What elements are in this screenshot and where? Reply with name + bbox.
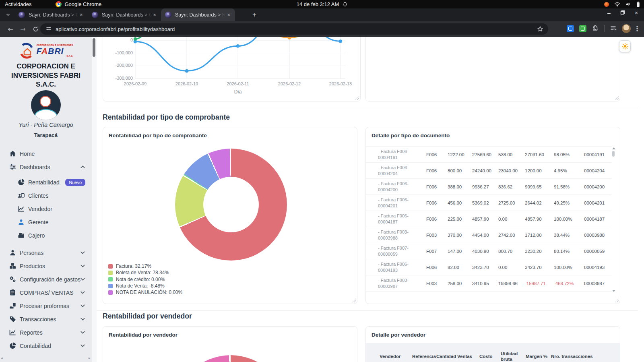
- legend-item[interactable]: Nota de Venta: -8.48%: [108, 283, 182, 289]
- user-avatar[interactable]: [31, 90, 61, 120]
- table-scroll-down-icon[interactable]: [612, 290, 615, 292]
- sidebar-menu-item[interactable]: Home: [0, 147, 92, 160]
- tab-favicon-icon: ✳: [165, 12, 171, 18]
- window-restore-button[interactable]: [619, 10, 626, 16]
- chevron-icon[interactable]: [79, 219, 86, 225]
- url-text[interactable]: aplicativo.corporacionfabri.pe/profitabi…: [56, 26, 175, 32]
- legend-item[interactable]: Boleta de Venta: 78.34%: [108, 269, 182, 276]
- cell-nro: 00000059: [584, 249, 611, 254]
- chevron-icon[interactable]: [79, 263, 86, 269]
- page-content: CORPORACIÓN E INVERSIONES FABRI S.A.C. C…: [0, 37, 644, 362]
- chevron-icon[interactable]: [79, 179, 86, 186]
- chevron-icon[interactable]: [79, 342, 86, 349]
- sidebar-menu-item[interactable]: Vendedor: [0, 202, 92, 215]
- sidebar-menu-item[interactable]: Configuración de gastos: [0, 273, 92, 286]
- resize-handle-icon[interactable]: [615, 96, 619, 100]
- table-scrollbar-thumb[interactable]: [612, 151, 615, 157]
- activities-button[interactable]: Actividades: [5, 1, 31, 7]
- tab-close-icon[interactable]: ×: [78, 12, 85, 18]
- browser-menu-dots-icon[interactable]: •••: [636, 26, 638, 32]
- legend-item[interactable]: Factura: 32.17%: [108, 263, 182, 269]
- sidebar-menu-item[interactable]: Procesar proformas: [0, 299, 92, 312]
- browser-tab[interactable]: ✳ Sayri: Dashboards > Gere ×: [88, 8, 161, 21]
- logo-fabri-text: FABRI: [36, 47, 73, 55]
- browser-tab[interactable]: ✳ Sayri: Dashboards > Gere ×: [14, 8, 88, 21]
- chevron-icon[interactable]: [79, 316, 86, 323]
- forward-button[interactable]: →: [18, 24, 28, 34]
- chevron-icon[interactable]: [79, 329, 86, 336]
- table-row: - Factura F006-00004187 F006 225.00 4857…: [366, 211, 611, 227]
- cell-tipo: F006: [426, 184, 448, 189]
- x-axis-tick: 2026-02-11: [227, 81, 249, 86]
- menu-item-label: Gerente: [28, 219, 49, 225]
- sidebar-menu-item[interactable]: Productos: [0, 259, 92, 273]
- new-tab-button[interactable]: +: [250, 10, 259, 20]
- resize-handle-icon[interactable]: [352, 299, 356, 302]
- browser-tab[interactable]: ✳ Sayri: Dashboards > Rent ×: [161, 8, 235, 21]
- url-bar[interactable]: aplicativo.corporacionfabri.pe/profitabi…: [40, 23, 548, 35]
- sidebar-menu-item[interactable]: Rentabilidad Nuevo: [0, 176, 92, 189]
- reading-list-icon[interactable]: [610, 25, 617, 33]
- theme-toggle-button[interactable]: [619, 40, 631, 52]
- profile-avatar[interactable]: [622, 24, 631, 33]
- company-logo[interactable]: CORPORACIÓN E INVERSIONES FABRI S.A.C.: [0, 40, 92, 61]
- company-name: CORPORACION E INVERSIONES FABRI S.A.C.: [3, 62, 89, 89]
- chrome-app-indicator[interactable]: Google Chrome: [56, 1, 101, 7]
- cell-tipo: F003: [426, 233, 448, 238]
- chevron-icon[interactable]: [79, 205, 86, 212]
- cell-document-name: - Factura F007-00000059: [378, 245, 418, 257]
- chevron-icon[interactable]: [79, 150, 86, 157]
- legend-item[interactable]: Nota de crédito: 0.00%: [108, 276, 182, 283]
- resize-handle-icon[interactable]: [355, 96, 359, 100]
- sidebar-menu-item[interactable]: Gerente: [0, 215, 92, 229]
- toolbar-divider: [604, 25, 605, 32]
- reload-button[interactable]: [31, 24, 40, 34]
- vendor-column-header: Vendedor: [380, 354, 412, 359]
- vendor-column-header: Nro. transacciones: [551, 354, 620, 359]
- system-tray[interactable]: [604, 1, 640, 7]
- back-button[interactable]: ←: [6, 24, 15, 34]
- clock[interactable]: 14 de feb 3:12 AM: [297, 1, 348, 7]
- sidebar-menu-item[interactable]: Dashboards: [0, 160, 92, 174]
- chevron-icon[interactable]: [79, 232, 86, 239]
- legend-item[interactable]: NOTA DE ANULACIÓN: 0.00%: [108, 289, 182, 296]
- sidebar-scrollbar[interactable]: [92, 37, 97, 362]
- chevron-icon[interactable]: [79, 192, 86, 199]
- window-minimize-button[interactable]: –: [605, 10, 613, 16]
- sidebar-scrollbar-thumb[interactable]: [93, 38, 95, 57]
- bookmark-star-icon[interactable]: [537, 26, 543, 33]
- chevron-icon[interactable]: [79, 289, 86, 296]
- menu-item-icon: [9, 275, 17, 283]
- sidebar-menu-item[interactable]: Transacciones: [0, 312, 92, 326]
- cell-document-name: - Factura F003-00003988: [378, 229, 418, 241]
- sidebar-menu-item[interactable]: Clientes: [0, 189, 92, 202]
- chevron-icon[interactable]: [79, 249, 86, 256]
- sidebar-menu-item[interactable]: COMPRAS/ VENTAS: [0, 286, 92, 299]
- site-settings-icon[interactable]: [46, 26, 52, 33]
- extension-green-icon[interactable]: [579, 25, 586, 32]
- cell-ventas: 3410.95: [472, 281, 498, 286]
- table-row: - Factura F006-00004191 F006 1222.00 275…: [366, 146, 611, 162]
- tab-search-button[interactable]: [4, 10, 12, 19]
- sidebar-menu-item[interactable]: Personas: [0, 246, 92, 259]
- cell-nro: 00004200: [584, 184, 611, 189]
- volume-icon: [625, 2, 631, 7]
- sidebar-menu-item[interactable]: Cajero: [0, 229, 92, 242]
- sidebar-menu-item[interactable]: Contabilidad: [0, 339, 92, 352]
- sidebar-menu-item[interactable]: Reportes: [0, 326, 92, 339]
- table-scroll-up-icon[interactable]: [612, 147, 615, 149]
- vendor-donut-chart: [175, 355, 287, 362]
- cell-tipo: F006: [426, 152, 448, 157]
- window-close-button[interactable]: ×: [633, 10, 640, 16]
- table-row: - Factura F006-00004193 F006 82.00 3423.…: [366, 259, 611, 275]
- tab-close-icon[interactable]: ×: [151, 12, 158, 18]
- menu-item-icon: [9, 289, 17, 296]
- chevron-icon[interactable]: [79, 276, 86, 283]
- extension-blue-icon[interactable]: [567, 25, 574, 32]
- chevron-icon[interactable]: [79, 302, 86, 309]
- tab-close-icon[interactable]: ×: [225, 12, 232, 18]
- resize-handle-icon[interactable]: [615, 299, 619, 302]
- extensions-puzzle-icon[interactable]: [592, 24, 599, 33]
- cell-ventas: 27569.60: [472, 152, 498, 157]
- chevron-icon[interactable]: [79, 163, 86, 170]
